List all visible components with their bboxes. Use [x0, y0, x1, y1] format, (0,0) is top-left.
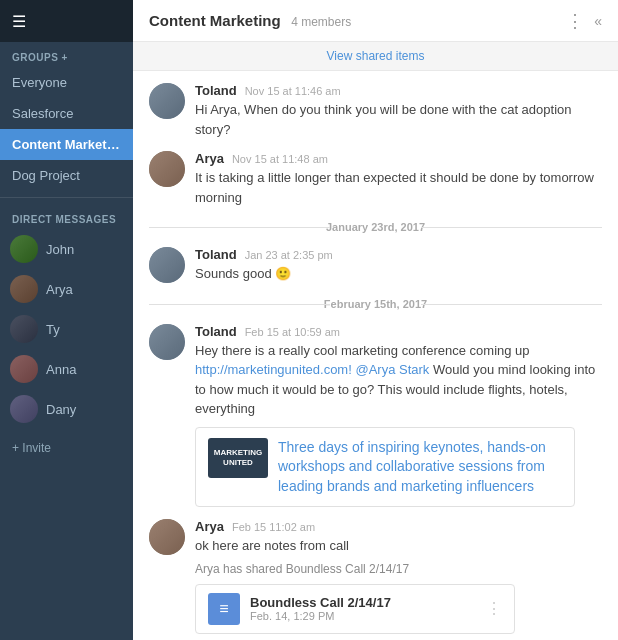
msg-body-arya-1: Arya Nov 15 at 11:48 am It is taking a l…	[195, 151, 602, 207]
msg-time-toland-3: Feb 15 at 10:59 am	[245, 326, 340, 338]
sidebar-item-salesforce[interactable]: Salesforce	[0, 98, 133, 129]
msg-header-toland-3: Toland Feb 15 at 10:59 am	[195, 324, 602, 339]
shared-item-name: Boundless Call 2/14/17	[250, 595, 391, 610]
conference-link[interactable]: http://marketingunited.com!	[195, 362, 352, 377]
msg-author-arya-1: Arya	[195, 151, 224, 166]
sidebar-divider	[0, 197, 133, 198]
groups-section-label: GROUPS +	[0, 42, 133, 67]
dm-item-john[interactable]: John	[0, 229, 133, 269]
shared-item-date: Feb. 14, 1:29 PM	[250, 610, 391, 622]
msg-author-arya-2: Arya	[195, 519, 224, 534]
dm-item-dany[interactable]: Dany	[0, 389, 133, 429]
shared-item-left: ≡ Boundless Call 2/14/17 Feb. 14, 1:29 P…	[208, 593, 391, 625]
msg-text-arya-2: ok here are notes from call Arya has sha…	[195, 536, 602, 578]
menu-icon[interactable]: ☰	[12, 12, 26, 31]
avatar-arya-2	[149, 519, 185, 555]
msg-time-arya-1: Nov 15 at 11:48 am	[232, 153, 328, 165]
msg-text-toland-1: Hi Arya, When do you think you will be d…	[195, 100, 602, 139]
avatar-anna	[10, 355, 38, 383]
msg-body-toland-3: Toland Feb 15 at 10:59 am Hey there is a…	[195, 324, 602, 508]
preview-description: Three days of inspiring keynotes, hands-…	[278, 438, 562, 497]
view-shared-label: View shared items	[327, 49, 425, 63]
message-group-toland-2: Toland Jan 23 at 2:35 pm Sounds good 🙂	[149, 247, 602, 284]
date-divider-jan: January 23rd, 2017	[149, 221, 602, 233]
mention-arya: @Arya Stark	[355, 362, 429, 377]
avatar-arya	[10, 275, 38, 303]
collapse-icon[interactable]: «	[594, 13, 602, 29]
invite-button[interactable]: + Invite	[0, 433, 133, 463]
msg-author-toland-3: Toland	[195, 324, 237, 339]
msg-body-toland-2: Toland Jan 23 at 2:35 pm Sounds good 🙂	[195, 247, 602, 284]
sidebar-item-content-marketing[interactable]: Content Marketing	[0, 129, 133, 160]
msg-text-toland-2: Sounds good 🙂	[195, 264, 602, 284]
msg-text-arya-1: It is taking a little longer than expect…	[195, 168, 602, 207]
date-divider-feb: February 15th, 2017	[149, 298, 602, 310]
more-options-icon[interactable]: ⋮	[566, 10, 584, 32]
shared-item-card: ≡ Boundless Call 2/14/17 Feb. 14, 1:29 P…	[195, 584, 515, 634]
dm-label-ty: Ty	[46, 322, 60, 337]
avatar-toland-3	[149, 324, 185, 360]
shared-item-menu-icon[interactable]: ⋮	[486, 599, 502, 618]
dm-label-arya: Arya	[46, 282, 73, 297]
channel-header: Content Marketing 4 members ⋮ «	[133, 0, 618, 42]
dm-item-ty[interactable]: Ty	[0, 309, 133, 349]
avatar-dany	[10, 395, 38, 423]
msg-time-toland-2: Jan 23 at 2:35 pm	[245, 249, 333, 261]
shared-item-info: Boundless Call 2/14/17 Feb. 14, 1:29 PM	[250, 595, 391, 622]
sidebar-item-dog-project[interactable]: Dog Project	[0, 160, 133, 191]
avatar-john	[10, 235, 38, 263]
msg-author-toland-1: Toland	[195, 83, 237, 98]
avatar-toland-2	[149, 247, 185, 283]
msg-author-toland-2: Toland	[195, 247, 237, 262]
view-shared-bar[interactable]: View shared items	[133, 42, 618, 71]
preview-thumb: MARKETING UNITED	[208, 438, 268, 478]
avatar-arya-1	[149, 151, 185, 187]
sidebar-item-everyone[interactable]: Everyone	[0, 67, 133, 98]
message-group-arya-2: Arya Feb 15 11:02 am ok here are notes f…	[149, 519, 602, 634]
dm-item-anna[interactable]: Anna	[0, 349, 133, 389]
doc-icon: ≡	[208, 593, 240, 625]
msg-header-toland-1: Toland Nov 15 at 11:46 am	[195, 83, 602, 98]
dm-label-dany: Dany	[46, 402, 76, 417]
preview-card: MARKETING UNITED Three days of inspiring…	[195, 427, 575, 508]
msg-time-arya-2: Feb 15 11:02 am	[232, 521, 315, 533]
msg-time-toland-1: Nov 15 at 11:46 am	[245, 85, 341, 97]
message-group-arya-1: Arya Nov 15 at 11:48 am It is taking a l…	[149, 151, 602, 207]
msg-body-toland-1: Toland Nov 15 at 11:46 am Hi Arya, When …	[195, 83, 602, 139]
msg-text-toland-3: Hey there is a really cool marketing con…	[195, 341, 602, 419]
channel-title: Content Marketing	[149, 12, 281, 29]
sidebar-header: ☰	[0, 0, 133, 42]
channel-title-area: Content Marketing 4 members	[149, 12, 351, 30]
msg-text-before-link: Hey there is a really cool marketing con…	[195, 343, 530, 358]
messages-area: Toland Nov 15 at 11:46 am Hi Arya, When …	[133, 71, 618, 640]
dm-label-john: John	[46, 242, 74, 257]
dm-label-anna: Anna	[46, 362, 76, 377]
dm-item-arya[interactable]: Arya	[0, 269, 133, 309]
message-group-toland-3: Toland Feb 15 at 10:59 am Hey there is a…	[149, 324, 602, 508]
msg-body-arya-2: Arya Feb 15 11:02 am ok here are notes f…	[195, 519, 602, 634]
main-panel: Content Marketing 4 members ⋮ « View sha…	[133, 0, 618, 640]
message-group-toland-1: Toland Nov 15 at 11:46 am Hi Arya, When …	[149, 83, 602, 139]
avatar-toland-1	[149, 83, 185, 119]
msg-header-arya-1: Arya Nov 15 at 11:48 am	[195, 151, 602, 166]
dm-section-label: DIRECT MESSAGES	[0, 204, 133, 229]
channel-member-count: 4 members	[291, 15, 351, 29]
avatar-ty	[10, 315, 38, 343]
header-actions: ⋮ «	[566, 10, 602, 32]
msg-header-toland-2: Toland Jan 23 at 2:35 pm	[195, 247, 602, 262]
sidebar: ☰ GROUPS + Everyone Salesforce Content M…	[0, 0, 133, 640]
msg-header-arya-2: Arya Feb 15 11:02 am	[195, 519, 602, 534]
